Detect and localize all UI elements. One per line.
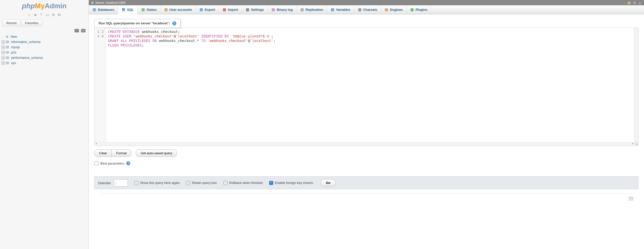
rollback-option[interactable]: Rollback when finished xyxy=(223,181,263,185)
docs-icon[interactable]: ？ xyxy=(39,13,44,17)
tab-settings[interactable]: Settings xyxy=(242,5,268,14)
expand-icon[interactable]: + xyxy=(2,51,5,54)
logout-icon[interactable]: ➔ xyxy=(33,13,37,17)
tab-export[interactable]: Export xyxy=(196,5,219,14)
go-button[interactable]: Go xyxy=(320,179,336,186)
svg-rect-14 xyxy=(331,8,334,11)
sql-editor[interactable]: 1 2 3 4 CREATE DATABASE webhooks_checkou… xyxy=(95,28,638,142)
tab-label: Status xyxy=(147,8,157,12)
help-icon[interactable]: ? xyxy=(126,161,130,165)
tab-recent[interactable]: Recent xyxy=(3,20,20,26)
rollback-checkbox[interactable] xyxy=(223,181,227,185)
tab-import[interactable]: Import xyxy=(219,5,242,14)
expand-icon[interactable]: + xyxy=(2,56,5,60)
editor-code[interactable]: CREATE DATABASE webhooks_checkout; CREAT… xyxy=(106,28,638,142)
tree-db-p2s[interactable]: +p2s xyxy=(1,50,88,55)
fk-checkbox[interactable] xyxy=(269,181,273,185)
tab-databases[interactable]: Databases xyxy=(89,5,118,14)
tab-label: Binary log xyxy=(277,8,293,12)
retain-label: Retain query box xyxy=(192,181,217,185)
tab-label: Charsets xyxy=(363,8,377,12)
tree-db-label: sys xyxy=(11,61,16,65)
svg-rect-9 xyxy=(200,8,203,11)
tree-db-label: p2s xyxy=(11,51,16,54)
tab-status[interactable]: Status xyxy=(138,5,160,14)
bind-params-checkbox[interactable] xyxy=(94,161,98,165)
svg-rect-8 xyxy=(165,8,168,11)
logo-php: php xyxy=(22,2,35,10)
gear-icon[interactable]: ⚙ xyxy=(632,1,636,5)
editor-scrollbar-h[interactable] xyxy=(95,142,638,146)
svg-rect-15 xyxy=(358,8,361,11)
clear-button[interactable]: Clear xyxy=(94,150,112,157)
tree-new[interactable]: ⊕New xyxy=(1,34,88,39)
svg-rect-16 xyxy=(385,8,388,11)
main: 🖥 Server: localhost:3306 📁 ⚙ ▴ Databases… xyxy=(89,0,644,249)
format-button[interactable]: Format xyxy=(111,150,131,157)
tab-label: Import xyxy=(228,8,238,12)
tab-engines[interactable]: Engines xyxy=(381,5,407,14)
collapse-icon[interactable]: ▴ xyxy=(638,1,642,5)
database-icon xyxy=(6,40,10,44)
binlog-icon xyxy=(271,8,275,12)
link-icon[interactable]: ∞ xyxy=(81,29,86,32)
tab-label: Replication xyxy=(306,8,323,12)
server-label: Server: localhost:3306 xyxy=(95,1,125,5)
sql-icon[interactable]: ▭ xyxy=(45,13,50,17)
replication-icon xyxy=(300,8,304,12)
expand-icon[interactable]: + xyxy=(2,40,5,44)
delimiter-input[interactable] xyxy=(114,179,128,186)
tree-db-sys[interactable]: +sys xyxy=(1,60,88,66)
svg-rect-7 xyxy=(142,8,145,11)
tab-label: Settings xyxy=(251,8,264,12)
retain-checkbox[interactable] xyxy=(186,181,190,185)
svg-rect-17 xyxy=(411,8,414,11)
tree-db-information_schema[interactable]: +information_schema xyxy=(1,39,88,44)
panel-title-tab: Run SQL query/queries on server "localho… xyxy=(94,19,181,28)
autosaved-button[interactable]: Get auto-saved query xyxy=(136,150,177,157)
tree-db-mysql[interactable]: +mysql xyxy=(1,44,88,50)
tree-db-label: mysql xyxy=(11,45,20,49)
tab-favorites[interactable]: Favorites xyxy=(21,20,42,26)
collapse-all-icon[interactable]: − xyxy=(74,29,79,32)
tab-plugins[interactable]: Plugins xyxy=(407,5,431,14)
tab-replication[interactable]: Replication xyxy=(297,5,327,14)
show-again-option[interactable]: Show this query here again xyxy=(134,181,180,185)
tree-db-performance_schema[interactable]: +performance_schema xyxy=(1,55,88,60)
tab-label: Export xyxy=(205,8,215,12)
show-again-checkbox[interactable] xyxy=(134,181,138,185)
new-db-icon: ⊕ xyxy=(5,35,9,38)
tab-sql[interactable]: SQL xyxy=(118,5,138,14)
engines-icon xyxy=(384,8,388,12)
tab-charsets[interactable]: Charsets xyxy=(354,5,381,14)
tab-label: Plugins xyxy=(416,8,427,12)
tab-label: SQL xyxy=(127,8,134,12)
home-icon[interactable]: ⌂ xyxy=(27,13,31,17)
database-icon xyxy=(6,56,10,60)
editor-scrollbar-v[interactable] xyxy=(634,28,638,142)
tree-tools: − ∞ xyxy=(0,28,89,34)
tab-accounts[interactable]: User accounts xyxy=(160,5,196,14)
fk-option[interactable]: Enable foreign key checks xyxy=(269,181,313,185)
expand-icon[interactable]: + xyxy=(2,61,5,65)
fk-label: Enable foreign key checks xyxy=(275,181,313,185)
bind-params-label: Bind parameters xyxy=(100,162,124,165)
logo-my: My xyxy=(35,2,45,10)
query-options-bar: Delimiter Show this query here again Ret… xyxy=(94,176,638,189)
settings-icon xyxy=(246,8,250,12)
tab-variables[interactable]: Variables xyxy=(327,5,354,14)
settings-icon[interactable]: ⚙ xyxy=(51,13,56,17)
databases-icon xyxy=(92,8,96,12)
logo[interactable]: phpMyAdmin xyxy=(0,0,89,11)
help-icon[interactable]: ? xyxy=(172,21,176,25)
console-toggle-icon[interactable] xyxy=(629,197,633,201)
lockfolder-icon[interactable]: 📁 xyxy=(627,1,631,5)
tab-binlog[interactable]: Binary log xyxy=(268,5,297,14)
content: Run SQL query/queries on server "localho… xyxy=(89,14,644,249)
resize-grip[interactable] xyxy=(635,143,638,145)
reload-icon[interactable]: ↻ xyxy=(57,13,62,17)
expand-icon[interactable]: + xyxy=(2,45,5,49)
retain-option[interactable]: Retain query box xyxy=(186,181,217,185)
logo-admin: Admin xyxy=(45,2,67,10)
svg-rect-12 xyxy=(272,8,275,11)
